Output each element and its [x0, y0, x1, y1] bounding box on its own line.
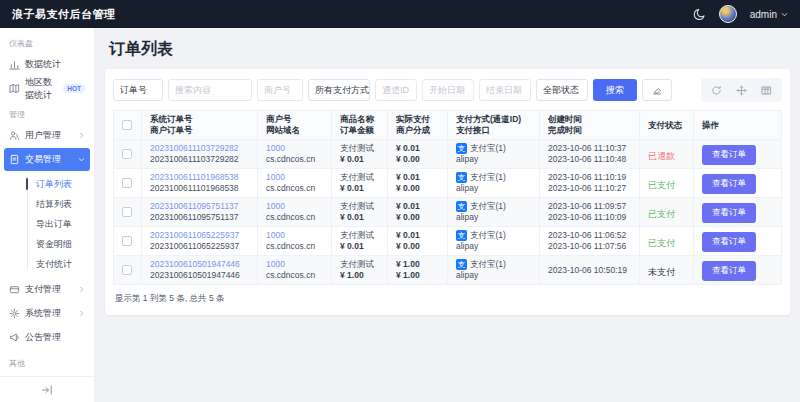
view-order-button[interactable]: 查看订单 — [702, 203, 756, 223]
merchant-id-link[interactable]: 1000 — [266, 230, 323, 241]
search-input[interactable] — [168, 79, 252, 101]
columns-icon[interactable] — [761, 85, 772, 96]
collapse-sidebar-icon[interactable] — [41, 384, 53, 396]
submenu-item-order-list[interactable]: 订单列表 — [0, 174, 94, 194]
table-toolbar — [701, 78, 782, 102]
end-date-input[interactable] — [479, 79, 531, 101]
row-checkbox[interactable] — [122, 265, 132, 275]
sidebar-item-users[interactable]: 用户管理 — [4, 124, 90, 147]
sidebar-item-system[interactable]: 系统管理 — [4, 302, 90, 325]
table-row: 20231006111037292822023100611103729282 1… — [114, 140, 782, 169]
sidebar-item-transactions[interactable]: 交易管理 — [4, 148, 90, 171]
row-checkbox[interactable] — [122, 149, 132, 159]
start-date-input[interactable] — [422, 79, 474, 101]
status-select[interactable]: 全部状态 — [536, 79, 588, 101]
status-badge: 已退款 — [648, 151, 675, 161]
hot-badge: HOT — [63, 84, 85, 93]
status-badge: 已支付 — [648, 180, 675, 190]
alipay-icon: 支 — [456, 201, 467, 212]
row-checkbox[interactable] — [122, 178, 132, 188]
pagination-summary: 显示第 1 到第 5 条, 总共 5 条 — [113, 285, 782, 305]
submenu-item-fund-details[interactable]: 资金明细 — [0, 234, 94, 254]
chevron-right-icon — [78, 310, 85, 317]
merchant-id-input[interactable] — [257, 79, 303, 101]
orders-table: 系统订单号商户订单号 商户号网站域名 商品名称订单金额 实际支付商户分成 支付方… — [113, 110, 782, 285]
channel-id-input[interactable] — [375, 79, 417, 101]
table-header-row: 系统订单号商户订单号 商户号网站域名 商品名称订单金额 实际支付商户分成 支付方… — [114, 111, 782, 140]
chevron-right-icon — [78, 132, 85, 139]
submenu-item-settlement-list[interactable]: 结算列表 — [0, 194, 94, 214]
username: admin — [750, 9, 777, 20]
table-row: 20231006110957511372023100611095751137 1… — [114, 198, 782, 227]
merchant-id-link[interactable]: 1000 — [266, 172, 323, 183]
main-content: 订单列表 订单号 所有支付方式 全部状态 搜索 — [95, 28, 800, 402]
chevron-right-icon — [78, 286, 85, 293]
transaction-icon — [9, 154, 20, 165]
top-navbar: 浪子易支付后台管理 admin — [0, 0, 800, 28]
table-row: 20231006105019474462023100610501947446 1… — [114, 256, 782, 285]
transactions-submenu: 订单列表 结算列表 导出订单 资金明细 支付统计 — [0, 172, 94, 277]
users-icon — [9, 130, 20, 141]
sys-order-link[interactable]: 2023100611101968538 — [150, 172, 249, 183]
select-all-checkbox[interactable] — [122, 120, 132, 130]
view-order-button[interactable]: 查看订单 — [702, 145, 756, 165]
status-badge: 未支付 — [648, 267, 675, 277]
sys-order-link[interactable]: 2023100611103729282 — [150, 143, 249, 154]
chart-icon — [9, 59, 20, 70]
order-list-card: 订单号 所有支付方式 全部状态 搜索 — [105, 69, 790, 315]
fullscreen-icon[interactable] — [736, 85, 747, 96]
view-order-button[interactable]: 查看订单 — [702, 261, 756, 281]
view-order-button[interactable]: 查看订单 — [702, 174, 756, 194]
sidebar-group-other: 其他 — [0, 350, 94, 372]
alipay-icon: 支 — [456, 143, 467, 154]
alipay-icon: 支 — [456, 259, 467, 270]
sidebar-item-payment[interactable]: 支付管理 — [4, 278, 90, 301]
reset-filter-button[interactable] — [642, 79, 672, 101]
sidebar-item-data-stats[interactable]: 数据统计 — [4, 53, 90, 76]
gear-icon — [9, 308, 20, 319]
order-field-select[interactable]: 订单号 — [113, 79, 163, 101]
moon-icon[interactable] — [693, 8, 706, 21]
view-order-button[interactable]: 查看订单 — [702, 232, 756, 252]
megaphone-icon — [9, 332, 20, 343]
sidebar-item-region-stats[interactable]: 地区数据统计 HOT — [4, 77, 90, 100]
sys-order-link[interactable]: 2023100611065225937 — [150, 230, 249, 241]
search-button[interactable]: 搜索 — [593, 79, 637, 101]
wallet-icon — [9, 284, 20, 295]
alipay-icon: 支 — [456, 230, 467, 241]
chevron-down-icon — [78, 156, 85, 163]
user-menu[interactable]: admin — [750, 9, 788, 20]
map-icon — [9, 83, 20, 94]
app-title: 浪子易支付后台管理 — [12, 7, 116, 22]
eraser-icon — [652, 85, 662, 95]
table-row: 20231006110652259372023100611065225937 1… — [114, 227, 782, 256]
merchant-id-link[interactable]: 1000 — [266, 259, 323, 270]
row-checkbox[interactable] — [122, 236, 132, 246]
merchant-id-link[interactable]: 1000 — [266, 143, 323, 154]
submenu-item-export-orders[interactable]: 导出订单 — [0, 214, 94, 234]
pay-method-select[interactable]: 所有支付方式 — [308, 79, 370, 101]
chevron-down-icon — [781, 11, 788, 18]
sys-order-link[interactable]: 2023100610501947446 — [150, 259, 249, 270]
row-checkbox[interactable] — [122, 207, 132, 217]
page-title: 订单列表 — [109, 39, 800, 60]
table-row: 20231006111019685382023100611101968538 1… — [114, 169, 782, 198]
sidebar-group-manage: 管理 — [0, 101, 94, 123]
sidebar: 仪表盘 数据统计 地区数据统计 HOT 管理 用户管理 交易管理 订单列表 结算… — [0, 28, 95, 402]
avatar[interactable] — [719, 5, 737, 23]
sidebar-item-announcements[interactable]: 公告管理 — [4, 326, 90, 349]
sidebar-group-dashboard: 仪表盘 — [0, 30, 94, 52]
sidebar-footer — [0, 376, 94, 402]
filter-bar: 订单号 所有支付方式 全部状态 搜索 — [113, 78, 782, 102]
submenu-item-payment-stats[interactable]: 支付统计 — [0, 254, 94, 274]
refresh-icon[interactable] — [711, 85, 722, 96]
status-badge: 已支付 — [648, 238, 675, 248]
sys-order-link[interactable]: 2023100611095751137 — [150, 201, 249, 212]
status-badge: 已支付 — [648, 209, 675, 219]
merchant-id-link[interactable]: 1000 — [266, 201, 323, 212]
alipay-icon: 支 — [456, 172, 467, 183]
